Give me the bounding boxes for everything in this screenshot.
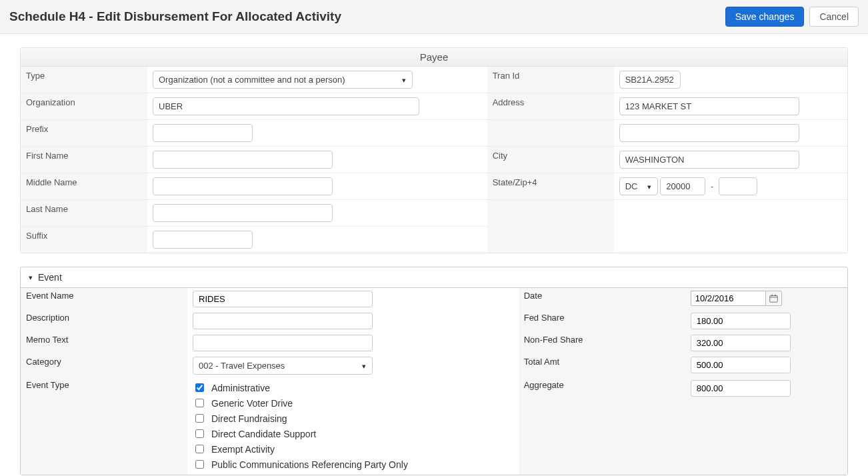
label-last-name: Last Name bbox=[21, 200, 147, 227]
middle-name-input[interactable] bbox=[153, 177, 333, 195]
event-type-item: Administrative bbox=[193, 380, 513, 395]
event-accordion-title: Event bbox=[38, 272, 62, 283]
header-bar: Schedule H4 - Edit Disbursement For Allo… bbox=[0, 0, 868, 34]
fed-share-input[interactable] bbox=[691, 313, 791, 329]
aggregate-input[interactable] bbox=[691, 380, 791, 397]
event-type-label: Direct Candidate Support bbox=[211, 429, 316, 439]
label-address: Address bbox=[487, 93, 614, 120]
event-type-label: Direct Fundraising bbox=[211, 413, 287, 424]
prefix-input[interactable] bbox=[153, 124, 253, 142]
category-select[interactable]: 002 - Travel Expenses bbox=[193, 357, 373, 375]
event-type-checkbox-public-communications[interactable] bbox=[195, 460, 204, 469]
page-title: Schedule H4 - Edit Disbursement For Allo… bbox=[9, 9, 341, 24]
label-address2 bbox=[487, 120, 614, 147]
event-type-label: Generic Voter Drive bbox=[211, 398, 293, 409]
event-type-label: Administrative bbox=[211, 383, 270, 393]
last-name-input[interactable] bbox=[153, 204, 333, 222]
label-type: Type bbox=[21, 67, 147, 93]
event-accordion: ▾ Event Event Name Date bbox=[20, 267, 848, 475]
payee-form: Type Organization (not a committee and n… bbox=[21, 67, 847, 253]
total-amt-input[interactable] bbox=[691, 357, 791, 373]
caret-down-icon: ▾ bbox=[29, 273, 33, 282]
address1-input[interactable] bbox=[619, 97, 799, 115]
label-memo-text: Memo Text bbox=[21, 332, 187, 354]
label-aggregate: Aggregate bbox=[519, 377, 685, 456]
event-type-checkbox-generic-voter-drive[interactable] bbox=[195, 399, 204, 407]
label-non-fed-share: Non-Fed Share bbox=[519, 332, 685, 354]
svg-rect-0 bbox=[770, 295, 777, 302]
event-type-item: Public Communications Referencing Party … bbox=[193, 457, 513, 472]
address2-input[interactable] bbox=[619, 124, 799, 142]
label-city: City bbox=[487, 147, 614, 173]
calendar-icon bbox=[769, 294, 778, 303]
save-button[interactable]: Save changes bbox=[725, 7, 805, 27]
city-input[interactable] bbox=[619, 151, 799, 169]
header-actions: Save changes Cancel bbox=[725, 7, 859, 27]
zip-dash: - bbox=[711, 181, 713, 191]
field-type: Organization (not a committee and not a … bbox=[147, 67, 487, 93]
event-type-checklist: Administrative Generic Voter Drive Direc… bbox=[193, 380, 513, 472]
event-type-item: Generic Voter Drive bbox=[193, 395, 513, 411]
event-form: Event Name Date bbox=[21, 288, 847, 475]
zip4-input[interactable] bbox=[719, 177, 757, 195]
description-input[interactable] bbox=[193, 313, 373, 329]
label-description: Description bbox=[21, 310, 187, 332]
label-event-name: Event Name bbox=[21, 288, 187, 310]
organization-input[interactable] bbox=[153, 97, 419, 115]
cancel-button[interactable]: Cancel bbox=[809, 7, 859, 27]
label-total-amt: Total Amt bbox=[519, 354, 685, 377]
state-select[interactable]: DC bbox=[619, 177, 658, 195]
event-type-label: Public Communications Referencing Party … bbox=[211, 459, 408, 470]
non-fed-share-input[interactable] bbox=[691, 335, 791, 351]
event-name-input[interactable] bbox=[193, 291, 373, 307]
payee-panel-header: Payee bbox=[21, 48, 847, 67]
suffix-input[interactable] bbox=[153, 231, 253, 249]
zip-input[interactable] bbox=[660, 177, 705, 195]
label-prefix: Prefix bbox=[21, 120, 147, 147]
label-tran-id: Tran Id bbox=[487, 67, 614, 93]
content: Payee Type Organization (not a committee… bbox=[0, 34, 868, 476]
field-tran-id bbox=[614, 67, 847, 93]
label-suffix: Suffix bbox=[21, 227, 147, 253]
event-type-item: Exempt Activity bbox=[193, 441, 513, 457]
event-type-checkbox-exempt-activity[interactable] bbox=[195, 445, 204, 453]
label-fed-share: Fed Share bbox=[519, 310, 685, 332]
label-event-type: Event Type bbox=[21, 377, 187, 456]
memo-text-input[interactable] bbox=[193, 335, 373, 351]
label-date: Date bbox=[519, 288, 685, 310]
event-type-checkbox-direct-candidate-support[interactable] bbox=[195, 429, 204, 438]
event-type-checkbox-administrative[interactable] bbox=[195, 383, 204, 392]
label-state-zip: State/Zip+4 bbox=[487, 173, 614, 200]
label-middle-name: Middle Name bbox=[21, 173, 147, 200]
first-name-input[interactable] bbox=[153, 151, 333, 169]
label-category: Category bbox=[21, 354, 187, 377]
date-picker-button[interactable] bbox=[765, 291, 782, 306]
payee-panel: Payee Type Organization (not a committee… bbox=[20, 47, 848, 253]
date-input[interactable] bbox=[691, 291, 765, 306]
label-organization: Organization bbox=[21, 93, 147, 120]
type-select[interactable]: Organization (not a committee and not a … bbox=[153, 71, 413, 89]
event-type-checkbox-direct-fundraising[interactable] bbox=[195, 414, 204, 423]
label-first-name: First Name bbox=[21, 147, 147, 173]
event-type-item: Direct Fundraising bbox=[193, 411, 513, 426]
event-accordion-header[interactable]: ▾ Event bbox=[21, 267, 847, 288]
event-type-label: Exempt Activity bbox=[211, 444, 275, 455]
event-type-item: Direct Candidate Support bbox=[193, 426, 513, 441]
tran-id-input[interactable] bbox=[619, 71, 681, 89]
